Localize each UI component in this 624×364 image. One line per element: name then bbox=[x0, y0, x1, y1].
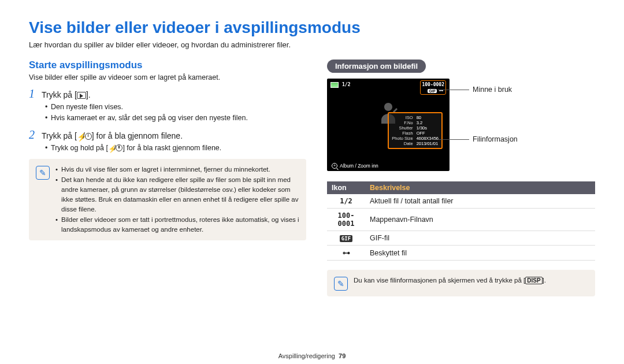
note-item: Det kan hende at du ikke kan redigere el… bbox=[55, 175, 299, 215]
footer-page: 79 bbox=[339, 352, 346, 359]
note2-post: ]. bbox=[543, 277, 546, 284]
info-label: Flash bbox=[392, 131, 413, 136]
step-text-post: ] for å bla gjennom filene. bbox=[92, 131, 183, 140]
note-list: Hvis du vil vise filer som er lagret i i… bbox=[55, 165, 299, 235]
info-label: Date bbox=[392, 141, 413, 146]
screen-area: 1/2 100-0002 GIF ⊶ ISO80 F.No3.2 Shutter… bbox=[327, 79, 595, 171]
icon-cell: 1/2 bbox=[327, 194, 365, 209]
gif-icon: GIF bbox=[340, 235, 352, 242]
flash-icon: ⚡ bbox=[77, 132, 83, 140]
section-heading: Starte avspillingsmodus bbox=[29, 60, 306, 71]
note-icon: ✎ bbox=[36, 166, 50, 180]
table-head-icon: Ikon bbox=[327, 181, 365, 194]
callout-fileinfo: Filinformasjon bbox=[452, 135, 518, 143]
zoom-plus-icon: + bbox=[332, 163, 337, 169]
gif-badge: GIF bbox=[428, 89, 437, 93]
bullet-post: ] for å bla raskt gjennom filene. bbox=[122, 144, 221, 152]
callout-label: Filinformasjon bbox=[473, 135, 518, 143]
photo-thumb-icon bbox=[330, 82, 339, 88]
section-desc: Vise bilder eller spille av videoer som … bbox=[29, 73, 306, 81]
step-num: 2 bbox=[29, 128, 38, 142]
right-column: Informasjon om bildefil 1/2 100-0002 GIF… bbox=[327, 60, 595, 296]
note-block-2: ✎ Du kan vise filinformasjonen på skjerm… bbox=[327, 270, 595, 296]
info-value: 1/30s bbox=[417, 125, 439, 131]
desc-cell: Beskyttet fil bbox=[365, 246, 595, 261]
note-text: Du kan vise filinformasjonen på skjermen… bbox=[354, 276, 546, 291]
page-title: Vise bilder eller videoer i avspillingsm… bbox=[29, 18, 595, 37]
callout-line bbox=[452, 139, 469, 140]
info-label: Photo Size bbox=[392, 136, 413, 141]
step-2-bullets: Trykk og hold på [⚡/] for å bla raskt gj… bbox=[29, 143, 306, 154]
desc-cell: Mappenavn-Filnavn bbox=[365, 209, 595, 231]
file-info-box: ISO80 F.No3.2 Shutter1/30s FlashOFF Phot… bbox=[388, 112, 443, 149]
desc-cell: Aktuell fil / totalt antall filer bbox=[365, 194, 595, 209]
lock-icon: ⊶ bbox=[343, 248, 350, 257]
page-footer: Avspilling/redigering 79 bbox=[0, 352, 624, 359]
bullet-pre: Trykk og hold på [ bbox=[51, 144, 108, 152]
bottom-bar-text: Album / Zoom inn bbox=[340, 163, 378, 169]
memory-badge: 100-0002 GIF ⊶ bbox=[420, 80, 446, 95]
disp-button-icon: DISP bbox=[525, 277, 542, 284]
table-row: ⊶ Beskyttet fil bbox=[327, 246, 595, 261]
icon-description-table: Ikon Beskrivelse 1/2 Aktuell fil / total… bbox=[327, 181, 595, 261]
step-text-pre: Trykk på [ bbox=[42, 90, 77, 99]
table-row: 100-0001 Mappenavn-Filnavn bbox=[327, 209, 595, 231]
note-item: Hvis du vil vise filer som er lagret i i… bbox=[55, 165, 299, 174]
footer-section: Avspilling/redigering bbox=[278, 352, 335, 359]
table-row: 1/2 Aktuell fil / totalt antall filer bbox=[327, 194, 595, 209]
info-value: OFF bbox=[417, 131, 439, 136]
info-value: 3.2 bbox=[417, 120, 439, 125]
step-text: Trykk på []. bbox=[42, 90, 91, 99]
camera-screen: 1/2 100-0002 GIF ⊶ ISO80 F.No3.2 Shutter… bbox=[327, 79, 450, 171]
callout-line bbox=[452, 90, 469, 90]
bullet-item: Trykk og hold på [⚡/] for å bla raskt gj… bbox=[45, 143, 306, 154]
step-text-post: ]. bbox=[86, 90, 91, 99]
info-value: 4608X3456 bbox=[417, 136, 439, 141]
play-icon bbox=[77, 92, 86, 99]
note-item: Bilder eller videoer som er tatt i portr… bbox=[55, 215, 299, 235]
info-label: ISO bbox=[392, 115, 413, 120]
info-label: Shutter bbox=[392, 125, 413, 131]
callout-memory: Minne i bruk bbox=[452, 86, 518, 94]
table-head-desc: Beskrivelse bbox=[365, 181, 595, 194]
bullet-item: Hvis kameraet er av, slår det seg på og … bbox=[45, 113, 306, 124]
timer-icon bbox=[116, 144, 122, 151]
info-value: 2013/01/01 bbox=[417, 141, 439, 146]
note2-pre: Du kan vise filinformasjonen på skjermen… bbox=[354, 277, 525, 284]
table-row: GIF GIF-fil bbox=[327, 231, 595, 246]
step-text: Trykk på [⚡/] for å bla gjennom filene. bbox=[42, 131, 183, 140]
note-block: ✎ Hvis du vil vise filer som er lagret i… bbox=[29, 159, 306, 240]
file-number: 100-0002 bbox=[422, 82, 444, 87]
desc-cell: GIF-fil bbox=[365, 231, 595, 246]
left-column: Starte avspillingsmodus Vise bilder elle… bbox=[29, 60, 306, 296]
icon-cell: ⊶ bbox=[327, 246, 365, 261]
screen-bottom-bar: + Album / Zoom inn bbox=[332, 163, 378, 169]
icon-cell: GIF bbox=[327, 231, 365, 246]
note-icon: ✎ bbox=[334, 277, 348, 291]
info-value: 80 bbox=[417, 115, 439, 120]
flash-icon: ⚡ bbox=[108, 144, 114, 152]
step-num: 1 bbox=[29, 87, 38, 101]
info-pill: Informasjon om bildefil bbox=[327, 60, 426, 73]
callout-label: Minne i bruk bbox=[473, 86, 512, 94]
step-2: 2 Trykk på [⚡/] for å bla gjennom filene… bbox=[29, 128, 306, 142]
callouts: Minne i bruk Filinformasjon bbox=[452, 79, 518, 143]
step-1: 1 Trykk på []. bbox=[29, 87, 306, 101]
timer-icon bbox=[85, 133, 92, 140]
icon-cell: 100-0001 bbox=[327, 209, 365, 231]
bullet-item: Den nyeste filen vises. bbox=[45, 102, 306, 113]
info-label: F.No bbox=[392, 120, 413, 125]
file-counter: 1/2 bbox=[342, 82, 350, 87]
step-text-pre: Trykk på [ bbox=[42, 131, 77, 140]
lead-text: Lær hvordan du spiller av bilder eller v… bbox=[29, 40, 595, 49]
step-1-bullets: Den nyeste filen vises. Hvis kameraet er… bbox=[29, 102, 306, 124]
